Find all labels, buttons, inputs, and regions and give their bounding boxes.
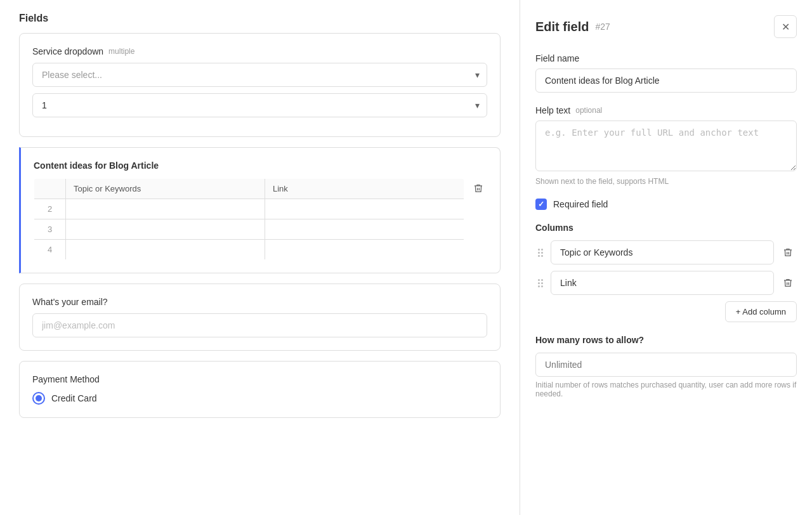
- drag-dot: [541, 282, 543, 284]
- drag-dots-row: [538, 282, 543, 284]
- table-field-title: Content ideas for Blog Article: [34, 160, 487, 171]
- credit-card-label: Credit Card: [51, 393, 97, 403]
- rows-heading: How many rows to allow?: [535, 335, 797, 345]
- required-label: Required field: [553, 199, 608, 209]
- row-num-3: 3: [34, 219, 66, 240]
- column-2-row: [535, 271, 797, 295]
- drag-dot: [541, 249, 543, 251]
- table-header-link: Link: [265, 179, 464, 199]
- quantity-wrapper: 1 ▾: [32, 93, 487, 117]
- delete-table-button[interactable]: [469, 179, 487, 197]
- drag-handle-2[interactable]: [535, 277, 546, 290]
- rows-input[interactable]: [535, 353, 797, 377]
- drag-dot: [541, 279, 543, 281]
- table-row: 3: [34, 219, 464, 240]
- drag-dot: [538, 282, 540, 284]
- help-text-group: Help text optional Shown next to the fie…: [535, 105, 797, 186]
- table-with-delete: Topic or Keywords Link 2 3: [34, 178, 487, 260]
- required-checkbox[interactable]: ✓: [535, 199, 547, 210]
- row-topic-4[interactable]: [66, 240, 265, 260]
- trash-icon: [473, 183, 483, 193]
- required-field-row[interactable]: ✓ Required field: [535, 199, 797, 210]
- payment-label: Payment Method: [32, 374, 487, 384]
- topic-input-4[interactable]: [74, 245, 257, 254]
- columns-group: Columns: [535, 223, 797, 322]
- field-name-input[interactable]: [535, 68, 797, 93]
- rows-group: How many rows to allow? Initial number o…: [535, 335, 797, 398]
- delete-column-1-button[interactable]: [779, 244, 797, 261]
- table-field-section: Content ideas for Blog Article Topic or …: [19, 147, 501, 273]
- row-link-4[interactable]: [265, 240, 464, 260]
- link-input-2[interactable]: [273, 204, 456, 214]
- close-button[interactable]: ✕: [774, 15, 797, 38]
- help-text-input[interactable]: [535, 121, 797, 171]
- field-name-group: Field name: [535, 53, 797, 93]
- service-dropdown-label: Service dropdown multiple: [32, 46, 487, 56]
- drag-dot: [541, 252, 543, 254]
- columns-heading: Columns: [535, 223, 797, 233]
- row-num-4: 4: [34, 240, 66, 260]
- service-dropdown-section: Service dropdown multiple Please select.…: [19, 33, 501, 137]
- email-section: What's your email?: [19, 284, 501, 351]
- field-number: #27: [595, 22, 610, 32]
- delete-column-2-button[interactable]: [779, 274, 797, 292]
- column-2-input[interactable]: [551, 271, 774, 295]
- drag-dot: [541, 255, 543, 257]
- drag-dots-row: [538, 279, 543, 281]
- trash-icon-1: [783, 247, 793, 258]
- drag-dot: [538, 252, 540, 254]
- radio-circle-inner: [36, 395, 42, 401]
- service-dropdown-wrapper: Please select... ▾: [32, 63, 487, 87]
- drag-dots-row: [538, 252, 543, 254]
- table-field-inner: Content ideas for Blog Article Topic or …: [21, 148, 500, 273]
- table-header-topic: Topic or Keywords: [66, 179, 265, 199]
- data-table: Topic or Keywords Link 2 3: [34, 178, 464, 260]
- row-topic-3[interactable]: [66, 219, 265, 240]
- email-input[interactable]: [32, 313, 487, 337]
- email-label: What's your email?: [32, 297, 487, 307]
- drag-dots-row: [538, 285, 543, 287]
- row-num-2: 2: [34, 199, 66, 219]
- fields-title: Fields: [19, 13, 501, 24]
- column-1-input[interactable]: [551, 240, 774, 264]
- field-name-label: Field name: [535, 53, 797, 63]
- payment-section: Payment Method Credit Card: [19, 361, 501, 418]
- edit-field-header: Edit field #27 ✕: [535, 15, 797, 38]
- radio-circle: [32, 392, 45, 405]
- drag-dot: [538, 279, 540, 281]
- table-header-num: [34, 179, 66, 199]
- trash-icon-2: [783, 278, 793, 288]
- edit-field-heading: Edit field: [535, 20, 589, 34]
- service-dropdown-tag: multiple: [108, 47, 134, 56]
- link-input-3[interactable]: [273, 225, 456, 234]
- drag-dot: [538, 255, 540, 257]
- column-1-row: [535, 240, 797, 264]
- topic-input-2[interactable]: [74, 204, 257, 214]
- row-link-2[interactable]: [265, 199, 464, 219]
- topic-input-3[interactable]: [74, 225, 257, 234]
- checkmark-icon: ✓: [538, 200, 544, 209]
- credit-card-option[interactable]: Credit Card: [32, 392, 487, 405]
- drag-dots-row: [538, 249, 543, 251]
- link-input-4[interactable]: [273, 245, 456, 254]
- help-text-note: Shown next to the field, supports HTML: [535, 177, 797, 186]
- help-text-label: Help text optional: [535, 105, 797, 115]
- rows-note: Initial number of rows matches purchased…: [535, 381, 797, 398]
- help-text-optional: optional: [575, 106, 602, 115]
- left-panel: Fields Service dropdown multiple Please …: [0, 0, 520, 515]
- drag-dot: [538, 249, 540, 251]
- add-column-button[interactable]: + Add column: [725, 301, 797, 322]
- drag-handle-1[interactable]: [535, 246, 546, 259]
- row-link-3[interactable]: [265, 219, 464, 240]
- row-topic-2[interactable]: [66, 199, 265, 219]
- drag-dot: [541, 285, 543, 287]
- right-panel: Edit field #27 ✕ Field name Help text op…: [520, 0, 812, 515]
- table-header-row: Topic or Keywords Link: [34, 179, 464, 199]
- drag-dots-row: [538, 255, 543, 257]
- table-row: 2: [34, 199, 464, 219]
- table-row: 4: [34, 240, 464, 260]
- drag-dot: [538, 285, 540, 287]
- quantity-select[interactable]: 1: [32, 93, 487, 117]
- service-dropdown-select[interactable]: Please select...: [32, 63, 487, 87]
- edit-field-title: Edit field #27: [535, 20, 610, 34]
